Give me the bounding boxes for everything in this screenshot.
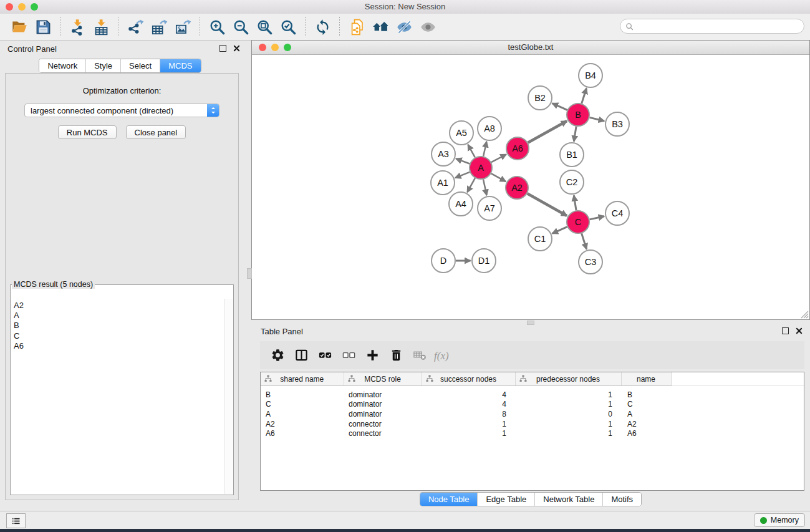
table-cell[interactable]: B bbox=[261, 386, 344, 400]
show-all-icon[interactable] bbox=[416, 16, 440, 38]
graph-edge-A-A4[interactable] bbox=[467, 178, 475, 193]
graph-edge-C-C1[interactable] bbox=[552, 227, 567, 234]
tab-select[interactable]: Select bbox=[120, 59, 160, 72]
graph-edge-B-B1[interactable] bbox=[574, 127, 576, 142]
hide-selected-icon[interactable] bbox=[392, 16, 416, 38]
float-panel-icon[interactable] bbox=[219, 45, 226, 52]
vertical-splitter-handle[interactable] bbox=[247, 268, 252, 279]
table-cell[interactable]: 1 bbox=[515, 400, 621, 410]
table-cell[interactable]: 1 bbox=[422, 419, 515, 429]
mcds-result-item[interactable]: C bbox=[14, 331, 224, 341]
graph-node-C[interactable]: C bbox=[567, 211, 589, 233]
resize-grip[interactable] bbox=[801, 311, 809, 319]
first-neighbors-icon[interactable] bbox=[369, 16, 392, 38]
table-cell[interactable]: dominator bbox=[344, 386, 422, 400]
tab-edge-table[interactable]: Edge Table bbox=[477, 493, 534, 506]
search-input[interactable] bbox=[634, 19, 804, 33]
table-cell[interactable]: C bbox=[261, 400, 344, 410]
graph-edge-A-A3[interactable] bbox=[456, 158, 470, 163]
graph-node-D[interactable]: D bbox=[432, 249, 455, 273]
result-scrollbar[interactable] bbox=[224, 299, 233, 494]
add-column-icon[interactable] bbox=[360, 344, 384, 367]
graph-node-A1[interactable]: A1 bbox=[431, 171, 455, 195]
table-cell[interactable]: 4 bbox=[422, 386, 515, 400]
graph-edge-C-C4[interactable] bbox=[590, 216, 604, 220]
graph-edge-A2-C[interactable] bbox=[528, 193, 567, 216]
zoom-fit-icon[interactable] bbox=[253, 16, 276, 38]
graph-edge-B-B3[interactable] bbox=[589, 117, 604, 121]
graph-node-C1[interactable]: C1 bbox=[528, 227, 552, 251]
mcds-result-item[interactable]: A bbox=[14, 311, 224, 321]
duplicate-network-icon[interactable] bbox=[345, 16, 369, 38]
select-all-icon[interactable] bbox=[313, 344, 337, 367]
table-cell[interactable]: 1 bbox=[515, 428, 621, 438]
graph-edge-C-C2[interactable] bbox=[574, 195, 576, 210]
graph-node-A4[interactable]: A4 bbox=[449, 192, 473, 216]
export-network-icon[interactable] bbox=[123, 16, 147, 38]
column-header[interactable]: shared name bbox=[261, 372, 344, 386]
table-cell[interactable]: A6 bbox=[621, 428, 671, 438]
export-image-icon[interactable] bbox=[171, 16, 195, 38]
table-cell[interactable]: connector bbox=[344, 428, 422, 438]
graph-node-B1[interactable]: B1 bbox=[560, 143, 584, 167]
graph-edge-A-A2[interactable] bbox=[491, 173, 506, 181]
graph-node-A8[interactable]: A8 bbox=[478, 117, 501, 140]
graph-edge-A-A7[interactable] bbox=[483, 180, 486, 195]
refresh-icon[interactable] bbox=[311, 16, 334, 38]
graph-edge-B-B2[interactable] bbox=[552, 104, 567, 110]
graph-node-C2[interactable]: C2 bbox=[560, 170, 584, 194]
mcds-result-item[interactable]: A6 bbox=[14, 341, 224, 351]
graph-edge-B-B4[interactable] bbox=[582, 88, 587, 103]
graph-node-A5[interactable]: A5 bbox=[450, 121, 473, 145]
table-cell[interactable]: dominator bbox=[344, 409, 422, 419]
graph-node-A7[interactable]: A7 bbox=[478, 196, 501, 220]
tab-motifs[interactable]: Motifs bbox=[602, 493, 641, 506]
tab-network[interactable]: Network bbox=[39, 59, 85, 72]
memory-button[interactable]: Memory bbox=[754, 513, 805, 527]
table-cell[interactable]: dominator bbox=[344, 400, 422, 410]
graph-node-A2[interactable]: A2 bbox=[506, 177, 528, 199]
column-header[interactable]: name bbox=[621, 372, 671, 386]
float-table-panel-icon[interactable] bbox=[782, 327, 789, 334]
close-table-panel-icon[interactable] bbox=[796, 327, 803, 334]
tab-style[interactable]: Style bbox=[85, 59, 120, 72]
table-cell[interactable]: 1 bbox=[515, 386, 621, 400]
task-history-button[interactable] bbox=[6, 513, 26, 528]
column-header[interactable]: successor nodes bbox=[422, 372, 515, 386]
table-cell[interactable]: A bbox=[621, 409, 671, 419]
tab-mcds[interactable]: MCDS bbox=[160, 59, 200, 72]
graph-node-A6[interactable]: A6 bbox=[506, 137, 529, 160]
table-cell[interactable]: connector bbox=[344, 419, 422, 429]
deselect-all-icon[interactable] bbox=[337, 344, 360, 367]
criterion-dropdown[interactable]: largest connected component (directed) bbox=[24, 104, 219, 117]
network-canvas[interactable]: B4B2BB3B1A5A8A6A3AA1A2C2A4A7C4CC1C3DD1 bbox=[252, 55, 809, 319]
table-cell[interactable]: 0 bbox=[515, 409, 621, 419]
column-header[interactable]: MCDS role bbox=[344, 372, 422, 386]
graph-node-B4[interactable]: B4 bbox=[579, 64, 602, 87]
graph-node-A3[interactable]: A3 bbox=[432, 142, 455, 166]
save-session-icon[interactable] bbox=[31, 16, 55, 38]
table-cell[interactable]: 8 bbox=[422, 409, 515, 419]
run-mcds-button[interactable]: Run MCDS bbox=[58, 125, 117, 139]
table-cell[interactable]: A2 bbox=[261, 419, 344, 429]
graph-edge-A6-B[interactable] bbox=[528, 121, 567, 143]
graph-node-C4[interactable]: C4 bbox=[605, 201, 629, 225]
graph-node-D1[interactable]: D1 bbox=[472, 249, 496, 273]
table-cell[interactable]: 4 bbox=[422, 400, 515, 410]
table-cell[interactable]: B bbox=[621, 386, 671, 400]
table-cell[interactable]: C bbox=[621, 400, 671, 410]
table-cell[interactable]: 1 bbox=[422, 428, 515, 438]
graph-edge-A-A1[interactable] bbox=[455, 172, 470, 178]
close-panel-button[interactable]: Close panel bbox=[126, 125, 186, 139]
graph-node-A[interactable]: A bbox=[470, 157, 492, 179]
graph-edge-A-A5[interactable] bbox=[468, 145, 475, 158]
table-cell[interactable]: 1 bbox=[515, 419, 621, 429]
delete-columns-icon[interactable] bbox=[384, 344, 408, 367]
zoom-in-icon[interactable] bbox=[205, 16, 229, 38]
search-box[interactable] bbox=[620, 19, 804, 34]
graph-node-B[interactable]: B bbox=[567, 104, 589, 126]
graph-edge-A-A6[interactable] bbox=[491, 155, 506, 163]
column-header[interactable]: predecessor nodes bbox=[515, 372, 621, 386]
import-network-icon[interactable] bbox=[65, 16, 89, 38]
mcds-result-item[interactable]: B bbox=[14, 321, 224, 331]
